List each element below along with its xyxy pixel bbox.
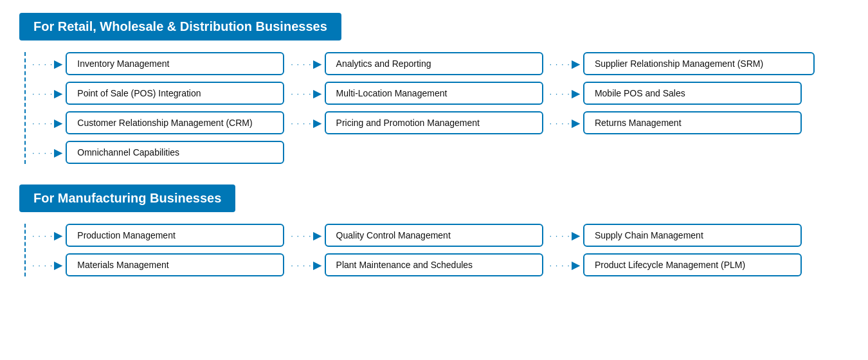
mfg-connector-1c: · · · · ▶ — [543, 230, 583, 242]
mfg-dots-1a: · · · · — [32, 231, 53, 240]
dots-1c: · · · · — [550, 59, 570, 69]
mfg-dots-2c: · · · · — [550, 260, 570, 270]
retail-header: For Retail, Wholesale & Distribution Bus… — [19, 13, 341, 40]
dots-4a: · · · · — [32, 148, 53, 158]
retail-row-1: · · · · ▶ Inventory Management · · · · ▶… — [26, 52, 855, 75]
item-pricing-promotion: Pricing and Promotion Management — [325, 111, 543, 134]
connector-1a: · · · · ▶ — [26, 58, 66, 70]
retail-row-4: · · · · ▶ Omnichannel Capabilities — [26, 141, 855, 164]
item-multi-location: Multi-Location Management — [325, 82, 543, 105]
dots-2a: · · · · — [32, 89, 53, 98]
connector-2a: · · · · ▶ — [26, 87, 66, 100]
arrow-4a: ▶ — [54, 147, 62, 159]
mfg-arrow-2a: ▶ — [54, 259, 62, 271]
retail-row-3: · · · · ▶ Customer Relationship Manageme… — [26, 111, 855, 134]
dots-1b: · · · · — [291, 59, 311, 69]
section-spacer — [13, 170, 855, 184]
dots-3b: · · · · — [291, 118, 311, 128]
dots-2b: · · · · — [291, 89, 311, 98]
mfg-arrow-1b: ▶ — [313, 230, 321, 242]
connector-1b: · · · · ▶ — [284, 58, 324, 70]
arrow-1b: ▶ — [313, 58, 321, 70]
page-container: For Retail, Wholesale & Distribution Bus… — [13, 13, 855, 276]
item-returns: Returns Management — [583, 111, 802, 134]
connector-2c: · · · · ▶ — [543, 87, 583, 100]
item-plant-maintenance: Plant Maintenance and Schedules — [325, 253, 543, 276]
arrow-2b: ▶ — [313, 87, 321, 100]
mfg-row-2: · · · · ▶ Materials Management · · · · ▶… — [26, 253, 855, 276]
mfg-arrow-2c: ▶ — [572, 259, 579, 271]
arrow-3b: ▶ — [313, 117, 321, 129]
item-crm: Customer Relationship Management (CRM) — [66, 111, 284, 134]
connector-4a: · · · · ▶ — [26, 147, 66, 159]
retail-section: For Retail, Wholesale & Distribution Bus… — [13, 13, 855, 164]
mfg-arrow-1c: ▶ — [572, 230, 579, 242]
retail-row-2: · · · · ▶ Point of Sale (POS) Integratio… — [26, 82, 855, 105]
mfg-connector-2b: · · · · ▶ — [284, 259, 324, 271]
item-inventory-management: Inventory Management — [66, 52, 284, 75]
mfg-connector-2c: · · · · ▶ — [543, 259, 583, 271]
connector-3b: · · · · ▶ — [284, 117, 324, 129]
manufacturing-rows-wrapper: · · · · ▶ Production Management · · · · … — [24, 224, 855, 276]
dots-3a: · · · · — [32, 118, 53, 128]
mfg-dots-1c: · · · · — [550, 231, 570, 240]
mfg-dots-2a: · · · · — [32, 260, 53, 270]
dots-2c: · · · · — [550, 89, 570, 98]
item-quality-control: Quality Control Management — [325, 224, 543, 247]
dots-1a: · · · · — [32, 59, 53, 69]
manufacturing-section: For Manufacturing Businesses · · · · ▶ P… — [13, 184, 855, 276]
mfg-dots-1b: · · · · — [291, 231, 311, 240]
dots-3c: · · · · — [550, 118, 570, 128]
item-mobile-pos: Mobile POS and Sales — [583, 82, 802, 105]
mfg-connector-1b: · · · · ▶ — [284, 230, 324, 242]
arrow-1c: ▶ — [572, 58, 579, 70]
item-srm: Supplier Relationship Management (SRM) — [583, 52, 815, 75]
item-omnichannel: Omnichannel Capabilities — [66, 141, 284, 164]
manufacturing-header: For Manufacturing Businesses — [19, 184, 235, 212]
arrow-3a: ▶ — [54, 117, 62, 129]
arrow-2a: ▶ — [54, 87, 62, 100]
item-pos-integration: Point of Sale (POS) Integration — [66, 82, 284, 105]
item-supply-chain: Supply Chain Management — [583, 224, 802, 247]
connector-2b: · · · · ▶ — [284, 87, 324, 100]
item-materials-management: Materials Management — [66, 253, 284, 276]
item-analytics-reporting: Analytics and Reporting — [325, 52, 543, 75]
connector-1c: · · · · ▶ — [543, 58, 583, 70]
arrow-1a: ▶ — [54, 58, 62, 70]
mfg-connector-2a: · · · · ▶ — [26, 259, 66, 271]
mfg-dots-2b: · · · · — [291, 260, 311, 270]
item-production-management: Production Management — [66, 224, 284, 247]
mfg-row-1: · · · · ▶ Production Management · · · · … — [26, 224, 855, 247]
arrow-3c: ▶ — [572, 117, 579, 129]
connector-3a: · · · · ▶ — [26, 117, 66, 129]
item-plm: Product Lifecycle Management (PLM) — [583, 253, 802, 276]
mfg-arrow-1a: ▶ — [54, 230, 62, 242]
mfg-connector-1a: · · · · ▶ — [26, 230, 66, 242]
arrow-2c: ▶ — [572, 87, 579, 100]
connector-3c: · · · · ▶ — [543, 117, 583, 129]
retail-rows-wrapper: · · · · ▶ Inventory Management · · · · ▶… — [24, 52, 855, 164]
mfg-arrow-2b: ▶ — [313, 259, 321, 271]
